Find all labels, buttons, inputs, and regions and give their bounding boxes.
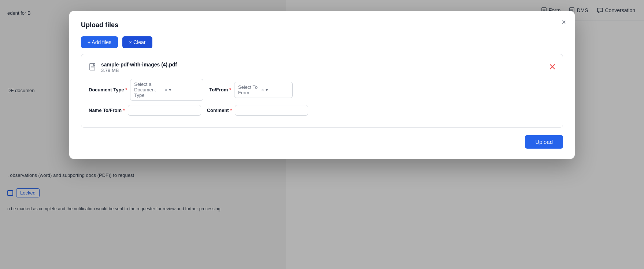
file-item: sample-pdf-with-images (4).pdf 3.79 MB: [89, 62, 555, 116]
doc-type-group: Document Type * Select a Document Type ×…: [89, 79, 203, 101]
doc-type-clear-button[interactable]: ×: [164, 87, 167, 93]
to-from-arrow-icon: ▾: [266, 87, 289, 92]
modal-footer: Upload: [81, 135, 563, 149]
to-from-select[interactable]: Select To From × ▾: [234, 82, 293, 98]
clear-button[interactable]: × Clear: [122, 36, 152, 48]
to-from-group: To/From * Select To From × ▾: [209, 82, 293, 98]
file-details: sample-pdf-with-images (4).pdf 3.79 MB: [101, 62, 177, 73]
modal-toolbar: + Add files × Clear: [81, 36, 563, 48]
doc-type-arrow-icon: ▾: [169, 87, 199, 92]
modal-close-button[interactable]: ×: [562, 18, 566, 26]
file-remove-button[interactable]: [549, 64, 555, 71]
upload-files-modal: Upload files × + Add files × Clear: [69, 11, 575, 159]
add-files-button[interactable]: + Add files: [81, 36, 118, 48]
form-row-2: Name To/From * Comment *: [89, 105, 555, 116]
comment-input[interactable]: [235, 105, 308, 116]
name-to-from-input[interactable]: [128, 105, 201, 116]
file-list-area: sample-pdf-with-images (4).pdf 3.79 MB: [81, 54, 563, 128]
modal-overlay: Upload files × + Add files × Clear: [0, 0, 644, 269]
doc-type-label: Document Type *: [89, 87, 127, 92]
upload-button[interactable]: Upload: [525, 135, 563, 149]
comment-group: Comment *: [207, 105, 308, 116]
file-name: sample-pdf-with-images (4).pdf: [101, 62, 177, 68]
file-header: sample-pdf-with-images (4).pdf 3.79 MB: [89, 62, 555, 73]
name-to-from-label: Name To/From *: [89, 108, 125, 113]
name-to-from-group: Name To/From *: [89, 105, 201, 116]
doc-type-select[interactable]: Select a Document Type × ▾: [130, 79, 203, 101]
to-from-label: To/From *: [209, 87, 231, 92]
comment-label: Comment *: [207, 108, 232, 113]
doc-type-placeholder: Select a Document Type: [134, 81, 164, 98]
to-from-placeholder: Select To From: [238, 84, 261, 95]
file-icon: [89, 62, 97, 73]
to-from-clear-button[interactable]: ×: [261, 87, 264, 93]
modal-title: Upload files: [81, 21, 563, 29]
form-row-1: Document Type * Select a Document Type ×…: [89, 79, 555, 101]
file-size: 3.79 MB: [101, 68, 177, 73]
file-info: sample-pdf-with-images (4).pdf 3.79 MB: [89, 62, 177, 73]
